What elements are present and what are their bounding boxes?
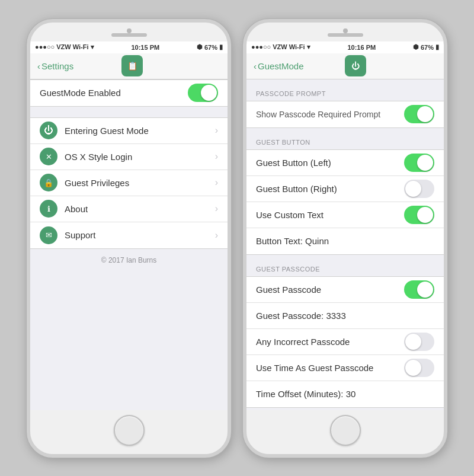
chevron-right-icon: ›	[215, 230, 218, 241]
nav-bar-2: ‹ GuestMode ⏻	[246, 53, 444, 79]
row-label: Support	[65, 230, 213, 240]
table-row: Guest Button (Left)	[246, 150, 444, 176]
about-icon: ℹ	[40, 200, 57, 218]
chevron-left-icon: ‹	[37, 61, 40, 71]
bluetooth-icon: ⬢	[197, 43, 203, 51]
phone-2: ●●●○○ VZW Wi-Fi ▾ 10:16 PM ⬢ 67% ▮ ‹ Gue…	[243, 19, 447, 458]
table-row: Guest Button (Right)	[246, 176, 444, 202]
guest-button-left-toggle[interactable]	[404, 154, 434, 172]
table-row: Guest Passcode	[246, 277, 444, 303]
table-row: Use Time As Guest Passcode	[246, 355, 444, 381]
row-label: About	[65, 204, 213, 214]
section-header-guest-passcode: GUEST PASSCODE	[246, 255, 444, 276]
carrier-2: ●●●○○ VZW Wi-Fi ▾	[251, 43, 310, 51]
toggle-knob	[417, 106, 433, 122]
table-row: GuestMode Enabled	[30, 80, 228, 106]
table-row: Use Custom Text	[246, 202, 444, 228]
table-row: Guest Passcode: 3333	[246, 303, 444, 329]
chevron-right-icon: ›	[215, 203, 218, 214]
chevron-left-icon: ‹	[254, 61, 257, 71]
guestmode-toggle[interactable]	[188, 84, 218, 102]
speaker-1	[111, 33, 147, 37]
use-time-toggle[interactable]	[404, 359, 434, 377]
section-header-passcode: PASSCODE PROMPT	[246, 79, 444, 101]
passcode-prompt-group: Show Passcode Required Prompt	[246, 101, 444, 128]
toggle-knob	[405, 334, 421, 350]
time-1: 10:15 PM	[131, 44, 159, 51]
row-label: Show Passcode Required Prompt	[256, 110, 404, 119]
back-button-1[interactable]: ‹ Settings	[37, 61, 73, 71]
top-bezel-1	[30, 23, 228, 41]
toggle-knob	[201, 85, 217, 101]
status-bar-1: ●●●○○ VZW Wi-Fi ▾ 10:15 PM ⬢ 67% ▮	[30, 41, 228, 53]
toggle-knob	[405, 360, 421, 376]
row-label: OS X Style Login	[65, 152, 213, 162]
bottom-bezel-1	[30, 410, 228, 454]
button-text-label: Button Text: Quinn	[256, 236, 434, 246]
camera-2	[343, 28, 348, 33]
top-bezel-2	[246, 23, 444, 41]
table-row: Time Offset (Minutes): 30	[246, 381, 444, 407]
home-button-2[interactable]	[330, 415, 361, 446]
toggle-knob	[417, 207, 433, 223]
guest-priv-icon: 🔒	[40, 174, 57, 191]
toggle-knob	[417, 155, 433, 171]
speaker-2	[328, 33, 363, 37]
chevron-right-icon: ›	[215, 151, 218, 162]
battery-2: ⬢ 67% ▮	[413, 43, 439, 51]
battery-icon: ▮	[219, 43, 223, 51]
section-header-guest-button: GUEST BUTTON	[246, 128, 444, 149]
table-row: Button Text: Quinn	[246, 228, 444, 254]
table-row: Any Incorrect Passcode	[246, 329, 444, 355]
table-row[interactable]: ⏻ Entering Guest Mode ›	[30, 118, 228, 144]
back-button-2[interactable]: ‹ GuestMode	[254, 61, 304, 71]
guest-button-group: Guest Button (Left) Guest Button (Right)…	[246, 149, 444, 255]
bottom-bezel-2	[246, 410, 444, 454]
nav-icon-1: 📋	[121, 55, 143, 76]
table-row[interactable]: ✕ OS X Style Login ›	[30, 144, 228, 170]
guest-passcode-value-label: Guest Passcode: 3333	[256, 311, 434, 321]
any-incorrect-toggle[interactable]	[404, 333, 434, 351]
osx-style-icon: ✕	[40, 148, 57, 165]
toggle-knob	[405, 181, 421, 197]
row-label: GuestMode Enabled	[40, 88, 188, 98]
table-row[interactable]: 🔒 Guest Privileges ›	[30, 170, 228, 196]
row-label: Guest Passcode	[256, 285, 404, 295]
nav-bar-1: ‹ Settings 📋	[30, 53, 228, 79]
support-icon: ✉	[40, 226, 57, 244]
row-label: Any Incorrect Passcode	[256, 337, 404, 347]
guest-button-right-toggle[interactable]	[404, 180, 434, 198]
nav-icon-2: ⏻	[345, 55, 366, 76]
guest-passcode-group: Guest Passcode Guest Passcode: 3333 Any …	[246, 276, 444, 408]
use-custom-text-label: Use Custom Text	[256, 210, 404, 220]
battery-icon: ▮	[435, 43, 439, 51]
table-row[interactable]: ℹ About ›	[30, 196, 228, 222]
guest-passcode-toggle[interactable]	[404, 280, 434, 299]
row-label: Use Time As Guest Passcode	[256, 363, 404, 373]
camera-1	[127, 28, 132, 33]
row-label: Entering Guest Mode	[65, 126, 213, 136]
bluetooth-icon: ⬢	[413, 43, 419, 51]
use-custom-text-toggle[interactable]	[404, 206, 434, 224]
nav-group: ⏻ Entering Guest Mode › ✕ OS X Style Log…	[30, 117, 228, 249]
show-passcode-toggle[interactable]	[404, 105, 434, 123]
copyright: © 2017 Ian Burns	[30, 249, 228, 271]
content-2: PASSCODE PROMPT Show Passcode Required P…	[246, 79, 444, 410]
chevron-right-icon: ›	[215, 125, 218, 136]
time-offset-label: Time Offset (Minutes): 30	[256, 389, 434, 399]
row-label: Guest Privileges	[65, 178, 213, 188]
toggle-knob	[417, 282, 433, 298]
battery-1: ⬢ 67% ▮	[197, 43, 223, 51]
spacer	[30, 107, 228, 117]
row-label: Guest Button (Right)	[256, 184, 404, 194]
chevron-right-icon: ›	[215, 177, 218, 188]
home-button-1[interactable]	[114, 415, 145, 446]
entering-guest-icon: ⏻	[40, 122, 57, 139]
table-row: Show Passcode Required Prompt	[246, 101, 444, 127]
carrier-1: ●●●○○ VZW Wi-Fi ▾	[35, 43, 94, 51]
phone-1: ●●●○○ VZW Wi-Fi ▾ 10:15 PM ⬢ 67% ▮ ‹ Set…	[27, 19, 231, 458]
time-2: 10:16 PM	[347, 44, 376, 51]
table-row[interactable]: ✉ Support ›	[30, 222, 228, 248]
row-label: Guest Button (Left)	[256, 158, 404, 168]
status-bar-2: ●●●○○ VZW Wi-Fi ▾ 10:16 PM ⬢ 67% ▮	[246, 41, 444, 53]
